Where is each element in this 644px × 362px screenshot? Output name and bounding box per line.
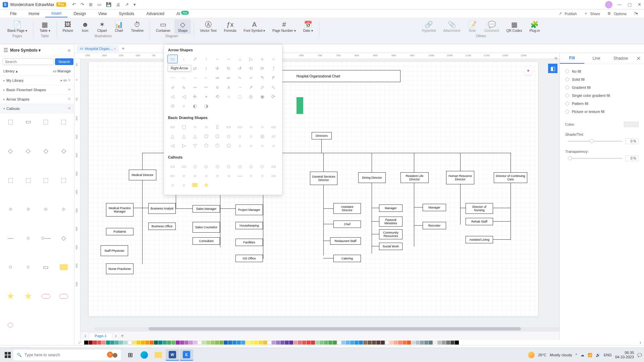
callout-popup-shape[interactable]: ⟐: [178, 171, 189, 180]
open-icon[interactable]: ▭: [97, 2, 101, 7]
explorer-icon[interactable]: [152, 349, 165, 361]
callout-shape[interactable]: ⬚: [38, 174, 54, 186]
blank-page-button[interactable]: 📄Blank Page ▾: [4, 19, 31, 34]
color-swatch[interactable]: [272, 341, 276, 345]
symbol-search-button[interactable]: Search: [55, 58, 73, 65]
basic-shape[interactable]: ⬠: [201, 132, 211, 140]
callout-shape[interactable]: ◇: [56, 145, 71, 157]
color-swatch[interactable]: [128, 341, 132, 345]
symbol-search-input[interactable]: [3, 58, 54, 65]
callout-shape[interactable]: —: [3, 232, 18, 244]
maximize-button[interactable]: ▢: [628, 2, 632, 7]
table-button[interactable]: ▦Table ▾: [36, 19, 54, 34]
color-swatch[interactable]: [158, 341, 162, 345]
basic-shape[interactable]: ○: [257, 141, 267, 150]
color-swatch[interactable]: [167, 341, 171, 345]
color-swatch[interactable]: [346, 341, 350, 345]
org-node[interactable]: Manager: [423, 204, 446, 211]
arrow-shape[interactable]: →: [190, 73, 200, 82]
arrow-shape[interactable]: ∧: [223, 83, 234, 92]
color-swatch[interactable]: [102, 341, 106, 345]
org-node[interactable]: Facilities: [235, 239, 263, 246]
arrow-shape[interactable]: ✢: [190, 92, 200, 101]
volume-icon[interactable]: 🔊: [596, 353, 600, 357]
color-swatch[interactable]: [437, 341, 441, 345]
options-button[interactable]: ⚙ Options: [605, 11, 631, 16]
callout-shape[interactable]: ⟐: [3, 203, 18, 215]
basic-shape[interactable]: ▭: [268, 122, 279, 131]
menu-view[interactable]: View: [92, 10, 113, 17]
menu-file[interactable]: File: [4, 10, 22, 17]
color-swatch[interactable]: [119, 341, 123, 345]
color-swatch[interactable]: [163, 341, 167, 345]
basic-shape[interactable]: ▯: [212, 122, 223, 131]
task-view-icon[interactable]: ⊞: [123, 349, 137, 361]
arrow-shape[interactable]: ↻: [223, 64, 234, 73]
color-swatch[interactable]: [420, 341, 424, 345]
color-swatch[interactable]: [307, 341, 311, 345]
color-swatch[interactable]: [198, 341, 202, 345]
edrawmax-taskbar-icon[interactable]: E: [180, 349, 193, 361]
color-swatch[interactable]: [110, 341, 114, 345]
basic-shape[interactable]: ◇: [223, 132, 234, 140]
color-swatch[interactable]: [115, 341, 119, 345]
org-node[interactable]: Staff Physician: [101, 245, 128, 256]
container-button[interactable]: ▭Container: [153, 19, 174, 34]
menu-advanced[interactable]: Advanced: [141, 10, 170, 17]
save-icon[interactable]: 💾: [106, 2, 111, 7]
color-swatch[interactable]: [337, 341, 341, 345]
arrow-shape[interactable]: ←: [201, 73, 211, 82]
callout-shape[interactable]: ◇: [20, 145, 36, 157]
color-swatch[interactable]: [389, 341, 393, 345]
callout-popup-shape[interactable]: ◇: [212, 162, 223, 171]
callout-popup-shape[interactable]: ◇: [234, 162, 245, 171]
basic-shape[interactable]: ○: [201, 122, 211, 131]
color-swatch[interactable]: [280, 341, 284, 345]
callout-popup-shape[interactable]: ◇: [201, 162, 211, 171]
tray-chevron-icon[interactable]: ^: [576, 353, 577, 357]
expand-right-panel-icon[interactable]: »: [554, 55, 557, 61]
menu-home[interactable]: Home: [22, 10, 45, 17]
callout-popup-shape[interactable]: ○: [246, 171, 256, 180]
color-swatch[interactable]: [132, 341, 136, 345]
arrow-shape[interactable]: ↱: [268, 73, 279, 82]
callout-shape[interactable]: ○: [20, 261, 36, 273]
org-node[interactable]: Director of Nursing: [466, 203, 493, 214]
tab-fill[interactable]: Fill: [560, 53, 584, 64]
redo-icon[interactable]: ↷: [80, 2, 84, 7]
basic-shape[interactable]: △: [178, 132, 189, 140]
basic-shape[interactable]: ○: [246, 132, 256, 140]
callout-popup-shape[interactable]: —: [234, 171, 245, 180]
sheet-add[interactable]: +: [119, 333, 125, 339]
basic-shape[interactable]: ▱: [268, 132, 279, 140]
color-swatch[interactable]: [206, 341, 210, 345]
basic-shape[interactable]: ○: [268, 141, 279, 150]
fill-option-picture[interactable]: Picture or texture fill: [565, 108, 639, 116]
shape-button[interactable]: ◇Shape: [174, 19, 191, 34]
arrow-shape[interactable]: ⤶: [246, 73, 256, 82]
org-node[interactable]: Business Analyst: [148, 203, 176, 214]
basic-shape[interactable]: ▭: [223, 122, 234, 131]
arrow-shape[interactable]: ∨: [212, 83, 223, 92]
arrow-shape[interactable]: ⟲: [212, 92, 223, 101]
comment-button[interactable]: 💬Comment: [481, 19, 502, 34]
org-node[interactable]: Nurse Practioner: [106, 263, 133, 274]
org-node[interactable]: Project Manager: [235, 204, 263, 215]
plugin-button[interactable]: 🧩Plug-in: [526, 19, 543, 34]
color-swatch[interactable]: [398, 341, 402, 345]
arrow-shape[interactable]: ⬀: [257, 83, 267, 92]
color-swatch[interactable]: [289, 341, 293, 345]
attachment-button[interactable]: 📎Attachment: [440, 19, 464, 34]
callout-popup-shape[interactable]: ⟐: [201, 171, 211, 180]
color-swatch[interactable]: [141, 341, 145, 345]
fill-option-gradient[interactable]: Gradient fill: [565, 83, 639, 92]
color-swatch[interactable]: [416, 341, 420, 345]
tray-clock[interactable]: 06:35 04-10-2023: [615, 351, 634, 359]
basic-shape[interactable]: △: [167, 132, 178, 140]
callout-popup-shape[interactable]: ⟐: [190, 171, 200, 180]
arrow-shape[interactable]: ⤷: [234, 73, 245, 82]
new-icon[interactable]: ⊞: [89, 2, 93, 7]
basic-shape[interactable]: ○: [234, 141, 245, 150]
color-swatch[interactable]: [237, 341, 241, 345]
callout-shape[interactable]: [3, 319, 18, 331]
